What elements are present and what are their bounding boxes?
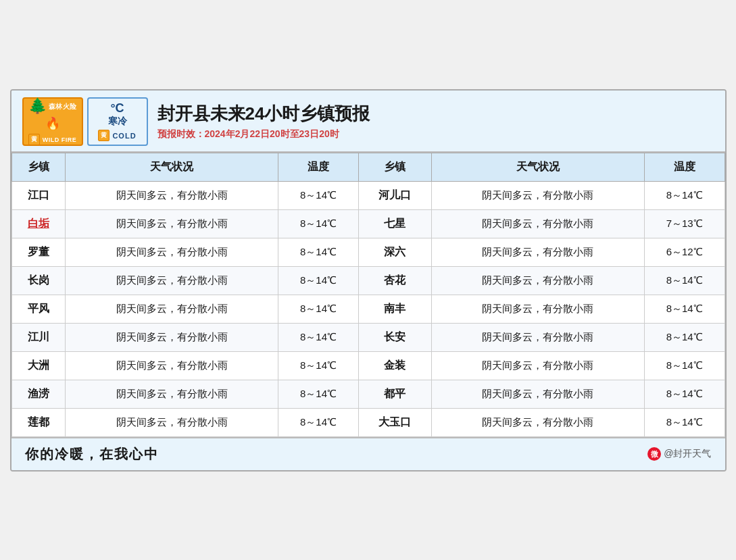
- town1-cell: 平风: [11, 295, 66, 323]
- town2-cell: 都平: [358, 380, 431, 408]
- col-town1: 乡镇: [11, 153, 66, 181]
- main-title: 封开县未来24小时乡镇预报: [157, 102, 370, 126]
- weather-card: 🌲 森林火险 🔥 黄 WILD FIRE °C 寒冷 黄: [10, 89, 727, 472]
- weather2-cell: 阴天间多云，有分散小雨: [431, 351, 644, 380]
- town2-name: 金装: [384, 359, 406, 371]
- town1-name: 大洲: [28, 359, 49, 371]
- temp2-cell: 8～14℃: [644, 295, 725, 323]
- weather1-cell: 阴天间多云，有分散小雨: [66, 209, 278, 238]
- header: 🌲 森林火险 🔥 黄 WILD FIRE °C 寒冷 黄: [11, 91, 725, 153]
- fire-icon: 🔥: [45, 116, 60, 131]
- subtitle-date: 2024年2月22日20时至23日20时: [205, 128, 339, 139]
- weather2-cell: 阴天间多云，有分散小雨: [431, 408, 644, 436]
- town1-name: 长岗: [28, 274, 49, 286]
- weather2-cell: 阴天间多云，有分散小雨: [431, 266, 644, 295]
- town1-cell: 长岗: [11, 266, 66, 295]
- table-row: 长岗阴天间多云，有分散小雨8～14℃杏花阴天间多云，有分散小雨8～14℃: [11, 266, 725, 295]
- temp2-cell: 8～14℃: [644, 408, 725, 436]
- weather-table: 乡镇 天气状况 温度 乡镇 天气状况 温度 江口阴天间多云，有分散小雨8～14℃…: [11, 153, 725, 437]
- town2-name: 河儿口: [378, 189, 411, 201]
- weather1-cell: 阴天间多云，有分散小雨: [66, 323, 278, 351]
- title-block: 封开县未来24小时乡镇预报 预报时效：2024年2月22日20时至23日20时: [157, 102, 370, 141]
- cold-chinese-label: 寒冷: [108, 116, 127, 128]
- town1-name: 江口: [28, 189, 49, 201]
- subtitle: 预报时效：2024年2月22日20时至23日20时: [157, 128, 370, 141]
- temp1-cell: 8～14℃: [278, 408, 359, 436]
- wildfire-en-label: WILD FIRE: [43, 136, 77, 143]
- town1-name: 渔涝: [28, 388, 49, 399]
- forest-icon: 🌲: [28, 97, 47, 115]
- weather2-cell: 阴天间多云，有分散小雨: [431, 323, 644, 351]
- town1-cell: 渔涝: [11, 380, 66, 408]
- weather1-cell: 阴天间多云，有分散小雨: [66, 266, 278, 295]
- wildfire-badge: 🌲 森林火险 🔥 黄 WILD FIRE: [22, 97, 83, 146]
- weather1-cell: 阴天间多云，有分散小雨: [66, 295, 278, 323]
- town2-cell: 杏花: [358, 266, 431, 295]
- weather1-cell: 阴天间多云，有分散小雨: [66, 181, 278, 209]
- temp1-cell: 8～14℃: [278, 380, 359, 408]
- town2-name: 七星: [384, 218, 406, 229]
- town1-cell: 大洲: [11, 351, 66, 380]
- temp1-cell: 8～14℃: [278, 238, 359, 266]
- cold-level-tag: 黄: [98, 130, 109, 141]
- weather2-cell: 阴天间多云，有分散小雨: [431, 181, 644, 209]
- weibo-icon: 微: [647, 447, 661, 461]
- table-row: 罗董阴天间多云，有分散小雨8～14℃深六阴天间多云，有分散小雨6～12℃: [11, 238, 725, 266]
- weather1-cell: 阴天间多云，有分散小雨: [66, 380, 278, 408]
- table-wrap: 乡镇 天气状况 温度 乡镇 天气状况 温度 江口阴天间多云，有分散小雨8～14℃…: [11, 153, 725, 437]
- cold-bottom: 黄 COLD: [98, 130, 136, 141]
- town2-cell: 河儿口: [358, 181, 431, 209]
- wildfire-bottom: 黄 WILD FIRE: [28, 134, 77, 145]
- col-temp1: 温度: [278, 153, 359, 181]
- col-weather1: 天气状况: [66, 153, 278, 181]
- town1-cell: 莲都: [11, 408, 66, 436]
- table-header-row: 乡镇 天气状况 温度 乡镇 天气状况 温度: [11, 153, 725, 181]
- temp1-cell: 8～14℃: [278, 266, 359, 295]
- town1-name: 平风: [28, 303, 49, 314]
- col-weather2: 天气状况: [431, 153, 644, 181]
- temp2-cell: 8～14℃: [644, 181, 725, 209]
- temp2-cell: 6～12℃: [644, 238, 725, 266]
- temp1-cell: 8～14℃: [278, 351, 359, 380]
- town2-name: 南丰: [384, 303, 406, 314]
- cold-en-label: COLD: [112, 132, 136, 140]
- town1-name: 莲都: [28, 416, 49, 428]
- warning-badges: 🌲 森林火险 🔥 黄 WILD FIRE °C 寒冷 黄: [22, 97, 148, 146]
- temp1-cell: 8～14℃: [278, 181, 359, 209]
- town1-cell: 江川: [11, 323, 66, 351]
- town2-name: 深六: [384, 246, 406, 257]
- weather2-cell: 阴天间多云，有分散小雨: [431, 238, 644, 266]
- temp2-cell: 8～14℃: [644, 266, 725, 295]
- town2-cell: 七星: [358, 209, 431, 238]
- weather2-cell: 阴天间多云，有分散小雨: [431, 380, 644, 408]
- town2-cell: 金装: [358, 351, 431, 380]
- wildfire-level-tag: 黄: [28, 134, 40, 145]
- weather1-cell: 阴天间多云，有分散小雨: [66, 238, 278, 266]
- cold-degree: °C: [110, 101, 124, 116]
- town1-cell: 白垢: [11, 209, 66, 238]
- weather2-cell: 阴天间多云，有分散小雨: [431, 295, 644, 323]
- town1-name: 江川: [28, 331, 49, 342]
- town2-cell: 南丰: [358, 295, 431, 323]
- footer-brand: 微 @封开天气: [647, 447, 711, 461]
- degree-symbol: °C: [110, 101, 124, 116]
- footer-text: 你的冷暖，在我心中: [25, 445, 159, 463]
- weather1-cell: 阴天间多云，有分散小雨: [66, 351, 278, 380]
- table-row: 莲都阴天间多云，有分散小雨8～14℃大玉口阴天间多云，有分散小雨8～14℃: [11, 408, 725, 436]
- weather1-cell: 阴天间多云，有分散小雨: [66, 408, 278, 436]
- weather2-cell: 阴天间多云，有分散小雨: [431, 209, 644, 238]
- footer: 你的冷暖，在我心中 微 @封开天气: [11, 437, 725, 470]
- temp1-cell: 8～14℃: [278, 323, 359, 351]
- table-row: 平风阴天间多云，有分散小雨8～14℃南丰阴天间多云，有分散小雨8～14℃: [11, 295, 725, 323]
- town2-name: 大玉口: [378, 416, 411, 428]
- col-town2: 乡镇: [358, 153, 431, 181]
- table-body: 江口阴天间多云，有分散小雨8～14℃河儿口阴天间多云，有分散小雨8～14℃白垢阴…: [11, 181, 725, 436]
- temp1-cell: 8～14℃: [278, 295, 359, 323]
- town2-name: 杏花: [384, 274, 406, 286]
- town1-cell: 罗董: [11, 238, 66, 266]
- table-row: 江口阴天间多云，有分散小雨8～14℃河儿口阴天间多云，有分散小雨8～14℃: [11, 181, 725, 209]
- cold-badge: °C 寒冷 黄 COLD: [87, 97, 148, 146]
- table-row: 白垢阴天间多云，有分散小雨8～14℃七星阴天间多云，有分散小雨7～13℃: [11, 209, 725, 238]
- temp2-cell: 8～14℃: [644, 323, 725, 351]
- table-row: 江川阴天间多云，有分散小雨8～14℃长安阴天间多云，有分散小雨8～14℃: [11, 323, 725, 351]
